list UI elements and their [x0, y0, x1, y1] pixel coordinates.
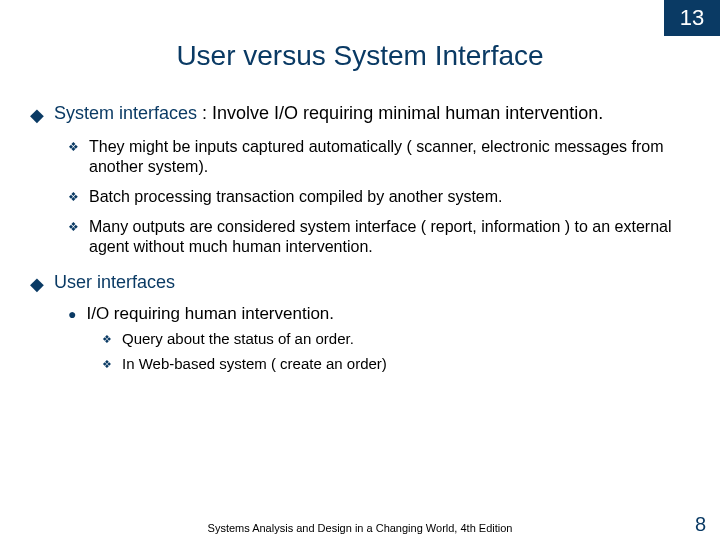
- sub-bullet: ● I/O requiring human intervention.: [68, 303, 690, 324]
- rotated-diamond-icon: ❖: [102, 358, 112, 372]
- bullet-system-interfaces: ◆ System interfaces : Involve I/O requir…: [30, 102, 690, 127]
- system-interfaces-subs: ❖ They might be inputs captured automati…: [68, 137, 690, 257]
- bullet-rest: : Involve I/O requiring minimal human in…: [197, 103, 603, 123]
- slide-title: User versus System Interface: [0, 40, 720, 72]
- subsub-bullet-text: Query about the status of an order.: [122, 330, 354, 349]
- bullet-lead: User interfaces: [54, 272, 175, 292]
- sub-bullet: ❖ They might be inputs captured automati…: [68, 137, 690, 177]
- sub-bullet: ❖ Batch processing transaction compiled …: [68, 187, 690, 207]
- user-interfaces-subs: ● I/O requiring human intervention. ❖ Qu…: [68, 303, 690, 374]
- footer-text: Systems Analysis and Design in a Changin…: [0, 522, 720, 534]
- subsub-bullet: ❖ In Web-based system ( create an order): [102, 355, 690, 374]
- sub-bullet-text: I/O requiring human intervention.: [86, 303, 334, 324]
- sub-bullet-text: Batch processing transaction compiled by…: [89, 187, 690, 207]
- rotated-diamond-icon: ❖: [68, 220, 79, 235]
- sub-bullet-text: They might be inputs captured automatica…: [89, 137, 690, 177]
- sub-bullet-text: Many outputs are considered system inter…: [89, 217, 690, 257]
- rotated-diamond-icon: ❖: [102, 333, 112, 347]
- subsub-bullet-text: In Web-based system ( create an order): [122, 355, 387, 374]
- diamond-bullet-icon: ◆: [30, 104, 44, 127]
- disc-bullet-icon: ●: [68, 306, 76, 324]
- io-human-subs: ❖ Query about the status of an order. ❖ …: [102, 330, 690, 374]
- chapter-badge: 13: [664, 0, 720, 36]
- rotated-diamond-icon: ❖: [68, 190, 79, 205]
- subsub-bullet: ❖ Query about the status of an order.: [102, 330, 690, 349]
- sub-bullet: ❖ Many outputs are considered system int…: [68, 217, 690, 257]
- page-number: 8: [695, 513, 706, 536]
- bullet-lead: System interfaces: [54, 103, 197, 123]
- slide-content: ◆ System interfaces : Involve I/O requir…: [30, 92, 690, 380]
- bullet-user-interfaces: ◆ User interfaces: [30, 271, 690, 296]
- rotated-diamond-icon: ❖: [68, 140, 79, 155]
- diamond-bullet-icon: ◆: [30, 273, 44, 296]
